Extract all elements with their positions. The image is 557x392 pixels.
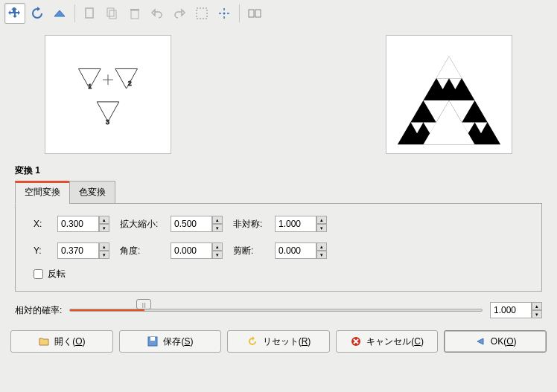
probability-row: 相対的確率: ||| ▴▾ [0, 292, 557, 323]
tab-spatial[interactable]: 空間変換 [15, 181, 70, 204]
probability-slider[interactable]: ||| [69, 303, 483, 317]
probability-input[interactable]: ▴▾ [490, 302, 542, 318]
svg-text:3: 3 [106, 118, 109, 126]
ok-button[interactable]: OK(O) [444, 330, 547, 353]
y-input[interactable]: ▴▾ [57, 242, 114, 259]
spatial-panel: X: ▴▾ 拡大縮小: ▴▾ 非対称: ▴▾ Y: ▴▾ 角度: ▴▾ 剪断: … [15, 203, 542, 292]
svg-rect-2 [109, 10, 116, 19]
separator [239, 4, 240, 22]
probability-label: 相対的確率: [15, 304, 62, 317]
svg-text:1: 1 [88, 83, 92, 90]
svg-rect-13 [150, 337, 155, 341]
copy-button[interactable] [102, 3, 123, 24]
angle-label: 角度: [120, 245, 165, 257]
save-button[interactable]: 保存(S) [119, 330, 222, 353]
x-label: X: [34, 219, 51, 229]
reset-icon [246, 335, 258, 347]
toolbar [0, 0, 557, 28]
shear-label: 剪断: [233, 245, 269, 257]
scale-label: 拡大縮小: [120, 218, 165, 231]
redo-button[interactable] [169, 3, 190, 24]
rotate-tool[interactable] [27, 3, 48, 24]
preview-toggle[interactable] [244, 3, 265, 24]
x-input[interactable]: ▴▾ [57, 216, 114, 232]
new-button[interactable] [80, 3, 101, 24]
flip-label: 反転 [48, 268, 66, 280]
center-button[interactable] [214, 3, 235, 24]
svg-point-6 [223, 13, 226, 15]
svg-rect-8 [255, 10, 261, 17]
asym-label: 非対称: [233, 218, 269, 231]
open-button[interactable]: 開く(O) [10, 330, 113, 353]
move-tool[interactable] [4, 3, 25, 24]
svg-rect-0 [86, 8, 93, 18]
save-icon [147, 335, 159, 347]
select-all-button[interactable] [191, 3, 212, 24]
scale-tool[interactable] [49, 3, 70, 24]
svg-rect-5 [197, 8, 207, 19]
folder-icon [38, 335, 50, 347]
undo-button[interactable] [147, 3, 168, 24]
tabs: 空間変換 色変換 [15, 180, 542, 203]
tab-color[interactable]: 色変換 [69, 181, 115, 204]
flip-checkbox-row: 反転 [34, 268, 523, 280]
cancel-button[interactable]: キャンセル(C) [336, 330, 439, 353]
asym-input[interactable]: ▴▾ [275, 216, 331, 232]
delete-button[interactable] [124, 3, 145, 24]
svg-rect-7 [249, 10, 254, 17]
reset-button[interactable]: リセット(R) [227, 330, 330, 353]
flip-checkbox[interactable] [34, 269, 43, 279]
separator [74, 4, 75, 22]
svg-rect-3 [131, 10, 139, 19]
scale-input[interactable]: ▴▾ [171, 216, 227, 232]
svg-rect-1 [107, 8, 114, 16]
svg-text:2: 2 [128, 80, 132, 87]
preview-area: 1 2 3 [0, 28, 557, 161]
result-preview[interactable] [386, 35, 512, 154]
transform-section: 変換 1 空間変換 色変換 X: ▴▾ 拡大縮小: ▴▾ 非対称: ▴▾ Y: … [0, 161, 557, 292]
svg-rect-4 [130, 9, 139, 10]
y-label: Y: [34, 245, 51, 256]
source-preview[interactable]: 1 2 3 [45, 35, 171, 154]
cancel-icon [350, 335, 362, 347]
angle-input[interactable]: ▴▾ [171, 242, 227, 259]
ok-icon [474, 335, 486, 347]
shear-input[interactable]: ▴▾ [275, 242, 331, 259]
section-title: 変換 1 [15, 161, 542, 177]
button-row: 開く(O) 保存(S) リセット(R) キャンセル(C) OK(O) [0, 323, 557, 360]
